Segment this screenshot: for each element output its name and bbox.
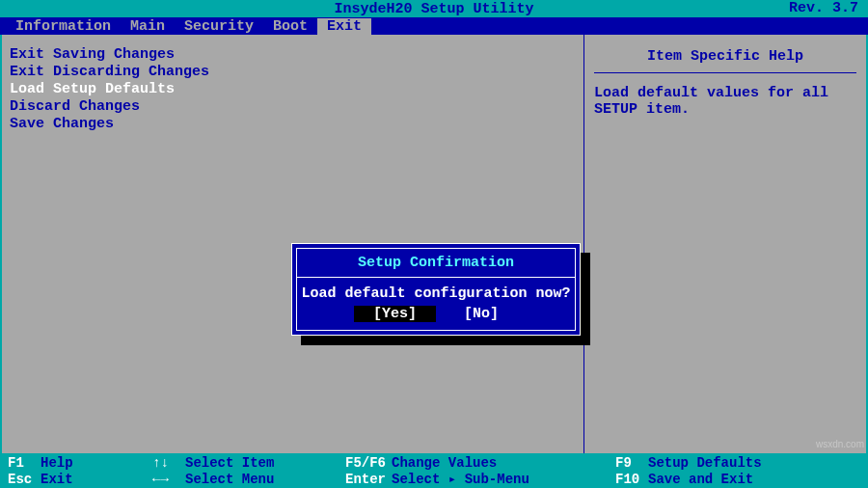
tab-boot[interactable]: Boot <box>263 18 317 35</box>
key-f1: F1 <box>8 455 35 471</box>
tab-information[interactable]: Information <box>6 18 121 35</box>
label-save-exit: Save and Exit <box>648 472 753 487</box>
tab-exit[interactable]: Exit <box>317 18 371 35</box>
hint-change-values: F5/F6Change Values <box>345 455 615 471</box>
help-body: Load default values for all SETUP item. <box>594 85 856 118</box>
key-esc: Esc <box>8 472 35 487</box>
label-help: Help <box>41 455 73 471</box>
title-bar: InsydeH20 Setup Utility Rev. 3.7 <box>0 0 868 17</box>
revision-label: Rev. 3.7 <box>789 0 858 16</box>
label-setup-defaults: Setup Defaults <box>648 455 762 471</box>
label-select-submenu: Select ▸ Sub-Menu <box>392 471 529 487</box>
label-select-menu: Select Menu <box>185 472 274 487</box>
key-f9: F9 <box>615 455 642 471</box>
dialog-title: Setup Confirmation <box>297 251 575 277</box>
dialog-inner: Setup Confirmation Load default configur… <box>296 248 576 331</box>
watermark-credit: wsxdn.com <box>816 439 864 449</box>
key-enter: Enter <box>345 472 386 487</box>
label-exit: Exit <box>41 472 73 487</box>
dialog-yes-button[interactable]: [Yes] <box>354 306 436 322</box>
hint-select-menu: ←→Select Menu <box>152 472 345 487</box>
menu-exit-discarding[interactable]: Exit Discarding Changes <box>10 64 576 81</box>
app-title: InsydeH20 Setup Utility <box>334 1 533 17</box>
main-area: Exit Saving Changes Exit Discarding Chan… <box>0 35 868 453</box>
help-title: Item Specific Help <box>594 44 856 72</box>
footer-bar: F1Help ↑↓Select Item F5/F6Change Values … <box>0 453 868 488</box>
hint-help: F1Help <box>8 455 152 471</box>
menu-save-changes[interactable]: Save Changes <box>10 116 576 133</box>
key-f10: F10 <box>615 472 642 487</box>
confirmation-dialog: Setup Confirmation Load default configur… <box>291 243 581 336</box>
key-f5f6: F5/F6 <box>345 455 386 471</box>
hint-save-exit: F10Save and Exit <box>615 472 860 487</box>
key-leftright: ←→ <box>152 472 179 487</box>
hint-select-item: ↑↓Select Item <box>152 455 345 471</box>
bios-screen: InsydeH20 Setup Utility Rev. 3.7 Informa… <box>0 0 868 488</box>
menu-load-defaults[interactable]: Load Setup Defaults <box>10 81 576 98</box>
help-separator <box>594 72 856 73</box>
menu-discard-changes[interactable]: Discard Changes <box>10 98 576 116</box>
dialog-no-button[interactable]: [No] <box>445 306 518 322</box>
tab-main[interactable]: Main <box>121 18 175 35</box>
hint-select-submenu: EnterSelect ▸ Sub-Menu <box>345 471 615 487</box>
dialog-separator <box>297 277 575 278</box>
hint-exit: EscExit <box>8 472 152 487</box>
key-updown: ↑↓ <box>152 455 179 471</box>
tab-security[interactable]: Security <box>175 18 263 35</box>
dialog-message: Load default configuration now? <box>297 285 575 306</box>
help-pane: Item Specific Help Load default values f… <box>584 35 866 453</box>
hint-setup-defaults: F9Setup Defaults <box>615 455 860 471</box>
label-select-item: Select Item <box>185 455 274 471</box>
dialog-buttons: [Yes] [No] <box>297 306 575 322</box>
menu-exit-saving[interactable]: Exit Saving Changes <box>10 46 576 64</box>
menu-bar: Information Main Security Boot Exit <box>0 17 868 35</box>
label-change-values: Change Values <box>392 455 497 471</box>
